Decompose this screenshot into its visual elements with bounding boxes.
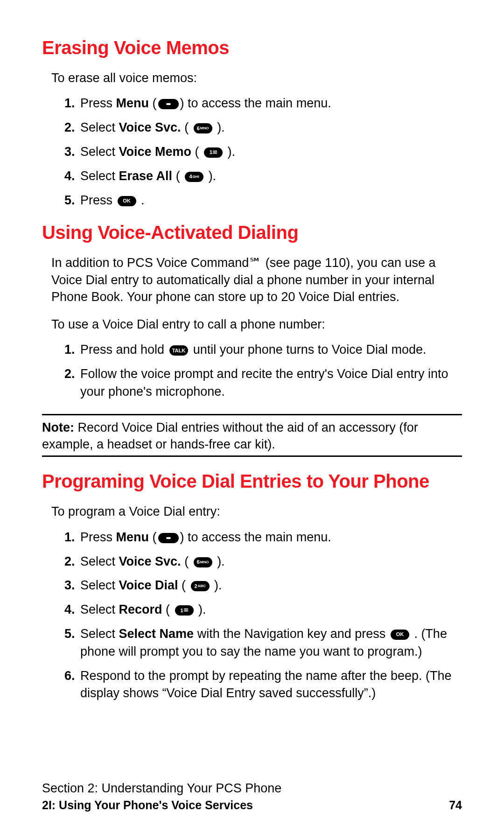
svg-point-3 [166,537,171,539]
step-item: 5.Press OK . [64,192,462,210]
step-text: Select Voice Dial ( 2ABC ). [80,577,462,595]
step-number: 5. [64,192,80,210]
step-item: 2.Select Voice Svc. ( 6MNO ). [64,553,462,571]
step-text: Select Record ( 1⌧ ). [80,601,462,619]
page-content: Erasing Voice Memos To erase all voice m… [42,37,462,702]
1-key-icon: 1⌧ [175,605,194,616]
step-item: 6.Respond to the prompt by repeating the… [64,667,462,703]
step-number: 6. [64,667,80,703]
divider-bottom [42,455,462,457]
1-key-icon: 1⌧ [204,147,223,158]
nav-key-icon [158,533,179,543]
step-item: 4.Select Erase All ( 4GHI ). [64,168,462,185]
intro-erase: To erase all voice memos: [51,70,462,86]
step-text: Press Menu () to access the main menu. [80,95,462,112]
step-item: 2.Follow the voice prompt and recite the… [64,365,462,401]
step-text: Select Voice Svc. ( 6MNO ). [80,553,462,571]
footer-chapter: 2I: Using Your Phone's Voice Services [42,798,253,812]
ok-key-icon: OK [118,196,136,206]
intro-program: To program a Voice Dial entry: [51,503,462,520]
step-text: Select Voice Svc. ( 6MNO ). [80,119,462,137]
step-item: 4.Select Record ( 1⌧ ). [64,601,462,619]
step-number: 1. [64,341,80,359]
bold-term: Voice Dial [119,578,178,592]
step-text: Select Erase All ( 4GHI ). [80,168,462,185]
2abc-key-icon: 2ABC [191,581,210,591]
step-item: 3.Select Voice Dial ( 2ABC ). [64,577,462,595]
step-item: 3.Select Voice Memo ( 1⌧ ). [64,143,462,161]
bold-term: Record [119,602,162,616]
step-number: 4. [64,168,80,185]
step-text: Respond to the prompt by repeating the n… [80,667,462,703]
page-number: 74 [449,798,462,812]
bold-term: Voice Svc. [119,120,181,134]
step-text: Press Menu () to access the main menu. [80,529,462,546]
step-number: 2. [64,119,80,137]
body-voice-dial: In addition to PCS Voice Command℠ (see p… [51,254,462,305]
step-number: 2. [64,365,80,401]
svg-point-1 [166,103,171,105]
ok-key-icon: OK [391,630,409,640]
6mno-key-icon: 6MNO [194,557,212,567]
steps-use-voice-dial: 1.Press and hold TALK until your phone t… [64,341,462,400]
4ghi-key-icon: 4GHI [185,172,203,182]
heading-voice-activated-dialing: Using Voice-Activated Dialing [42,222,462,243]
divider-top [42,414,462,415]
step-number: 5. [64,625,80,661]
bold-term: Voice Memo [119,145,192,159]
note-label: Note: [42,420,74,434]
steps-erase: 1.Press Menu () to access the main menu.… [64,95,462,209]
talk-key-icon: TALK [169,345,189,356]
bold-term: Menu [116,96,149,110]
footer-section: Section 2: Understanding Your PCS Phone [42,781,462,796]
heading-erasing-voice-memos: Erasing Voice Memos [42,37,462,58]
nav-key-icon [158,99,179,109]
bold-term: Menu [116,530,149,544]
bold-term: Select Name [119,627,194,641]
step-item: 5.Select Select Name with the Navigation… [64,625,462,661]
step-text: Select Voice Memo ( 1⌧ ). [80,143,462,161]
step-text: Press and hold TALK until your phone tur… [80,341,462,359]
step-number: 2. [64,553,80,571]
bold-term: Erase All [119,169,173,183]
step-item: 1.Press and hold TALK until your phone t… [64,341,462,359]
step-number: 1. [64,529,80,546]
intro-use-voice-dial: To use a Voice Dial entry to call a phon… [51,316,462,333]
step-number: 3. [64,143,80,161]
step-item: 2.Select Voice Svc. ( 6MNO ). [64,119,462,137]
step-text: Press OK . [80,192,462,210]
step-text: Follow the voice prompt and recite the e… [80,365,462,401]
steps-program: 1.Press Menu () to access the main menu.… [64,529,462,702]
step-item: 1.Press Menu () to access the main menu. [64,529,462,546]
note-text: Record Voice Dial entries without the ai… [42,420,418,451]
6mno-key-icon: 6MNO [194,123,212,133]
step-text: Select Select Name with the Navigation k… [80,625,462,661]
step-item: 1.Press Menu () to access the main menu. [64,95,462,112]
heading-programing-voice-dial: Programing Voice Dial Entries to Your Ph… [42,471,462,492]
step-number: 3. [64,577,80,595]
step-number: 4. [64,601,80,619]
step-number: 1. [64,95,80,112]
note-voice-dial: Note: Record Voice Dial entries without … [42,419,462,453]
bold-term: Voice Svc. [119,554,181,568]
page-footer: Section 2: Understanding Your PCS Phone … [42,781,462,812]
